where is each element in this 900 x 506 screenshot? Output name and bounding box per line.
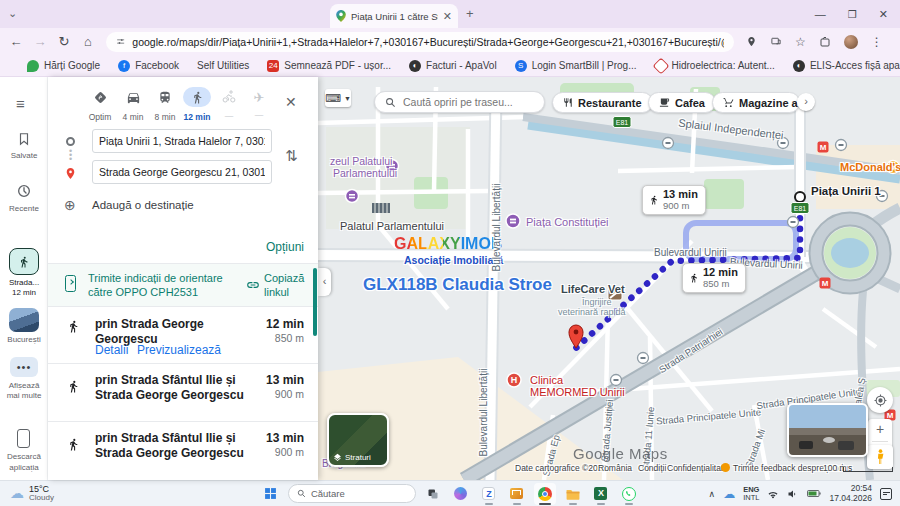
home-button[interactable]: ⌂ [76,34,100,49]
search-along-route-input[interactable] [403,96,533,108]
bookmark-pdf[interactable]: 24Semnează PDF - ușor... [258,60,400,72]
layers-button[interactable]: Straturi [327,413,389,467]
route-option-2[interactable]: prin Strada Sfântul Ilie și Strada Georg… [48,365,318,420]
bookmark-elis[interactable]: ◐ELIS-Acces fișă aparta... [784,60,900,72]
alt-route-badge[interactable]: 13 min900 m [642,185,706,215]
street-view-preview[interactable] [787,403,868,457]
options-link[interactable]: Opțiuni [266,240,304,254]
coffee-icon [659,97,670,108]
rail-city-label: București [0,335,48,344]
notification-center-icon[interactable] [880,488,892,500]
close-directions-icon[interactable]: ✕ [285,94,297,110]
bookmark-smartbill[interactable]: SLogin SmartBill | Prog... [506,60,646,72]
origin-input[interactable] [92,129,272,153]
start-button[interactable] [260,483,282,505]
panel-scrollbar[interactable] [313,268,317,336]
maximize-button[interactable]: ❐ [848,9,857,20]
bookmark-facebook[interactable]: fFacebook [109,60,188,72]
destination-input[interactable] [92,160,272,184]
bookmark-self-utilities[interactable]: Self Utilities [188,60,258,71]
mode-transit[interactable]: 8 min [150,87,180,122]
route-option-3[interactable]: prin Strada Sfântul Ilie și Strada Georg… [48,423,318,478]
back-button[interactable]: ← [4,34,28,49]
mode-flight-disabled[interactable]: ✈ — [244,87,274,120]
keyboard-input-tool[interactable]: ⌨▼ [325,89,351,107]
chip-coffee[interactable]: Cafea [648,92,716,113]
add-destination-label[interactable]: Adaugă o destinație [92,199,194,211]
copilot-app-button[interactable] [450,483,472,505]
weather-widget[interactable]: ☁ 15°C Cloudy [10,485,54,503]
chips-scroll-right-icon[interactable]: › [797,93,815,111]
battery-icon[interactable] [807,489,821,498]
app-z-button[interactable]: Z [478,483,500,505]
mode-best[interactable]: Optim [85,87,115,122]
search-along-route[interactable] [374,91,545,113]
send-to-device-icon[interactable] [770,36,782,47]
bookmark-star-icon[interactable]: ☆ [795,35,806,49]
chip-restaurants[interactable]: Restaurante [552,92,653,113]
language-indicator[interactable]: ENG INTL [743,486,759,501]
selected-route-badge[interactable]: 12 min850 m [682,263,746,293]
copy-link-line-1[interactable]: Copiază [264,271,304,285]
recents-history-icon[interactable] [16,183,32,199]
add-destination-icon[interactable]: ⊕ [64,197,76,213]
zoom-in-button[interactable]: + [876,421,884,437]
new-tab-button[interactable]: + [466,6,474,21]
map-canvas[interactable]: M M M H M E81 E81 Splaiul Independenței … [318,77,900,480]
profile-avatar[interactable] [844,35,858,49]
forward-button[interactable]: → [28,34,52,49]
attr-cartography: Date cartografice ©2026 [515,463,607,473]
saved-bookmark-icon[interactable] [17,131,31,147]
rail-active-route-chip[interactable] [9,248,39,275]
folder-icon [566,488,580,500]
menu-hamburger-icon[interactable]: ≡ [16,95,25,112]
send-directions-row[interactable]: Trimite indicații de orientare către OPP… [48,264,318,306]
outlook-button[interactable] [506,483,528,505]
browser-tab[interactable]: Piața Unirii 1 către Strada Geor ✕ [330,4,458,28]
close-button[interactable]: ✕ [879,8,888,21]
task-view-button[interactable] [422,483,444,505]
attr-privacy[interactable]: Confidențialitate [667,463,728,473]
taskbar-search[interactable]: Căutare [288,484,416,503]
mode-drive[interactable]: 4 min [118,87,148,122]
label-museum-2: Parlamentului [333,167,397,179]
mode-walk-selected[interactable]: 12 min [182,87,212,122]
location-icon[interactable] [746,36,757,47]
address-bar[interactable]: google.ro/maps/dir/Piața+Unirii+1,+Strad… [106,32,734,52]
bookmark-apavol[interactable]: ◐Facturi - ApaVol [400,60,506,72]
browser-menu-icon[interactable]: ⋮ [871,35,883,49]
collapse-panel-tab[interactable]: ‹ [318,268,331,296]
city-thumbnail[interactable] [9,308,39,332]
route-preview-link[interactable]: Previzualizează [137,343,221,357]
tab-close-icon[interactable]: ✕ [443,11,452,22]
volume-icon[interactable] [787,489,799,499]
tray-expand-icon[interactable]: ∧ [709,489,716,499]
bookmark-harti-google[interactable]: Hărți Google [18,60,109,72]
bookmark-hidroelectrica[interactable]: Hidroelectrica: Autent... [646,60,784,72]
whatsapp-button[interactable] [618,483,640,505]
clock-widget[interactable]: 20:54 17.04.2026 [829,484,872,503]
phone-app-icon[interactable] [17,429,30,448]
excel-button[interactable]: X [590,483,612,505]
show-more-icon[interactable]: ••• [10,357,38,377]
mode-bike-disabled[interactable]: — [214,87,244,121]
route-option-1[interactable]: prin Strada George Georgescu 12 min 850 … [48,307,318,362]
wifi-icon[interactable] [767,489,779,499]
file-explorer-button[interactable] [562,483,584,505]
pegman-button[interactable] [867,445,893,469]
tab-search-icon[interactable]: ⌄ [8,7,17,20]
route-details-link[interactable]: Detalii [95,343,128,357]
reload-button[interactable]: ↻ [52,34,76,49]
minimize-button[interactable]: — [815,8,826,20]
chip-groceries[interactable]: Magazine alimenta [712,92,800,113]
tab-groups-icon[interactable] [819,36,831,48]
best-route-icon [93,90,108,105]
onedrive-icon[interactable]: ☁ [723,487,735,501]
swap-route-icon[interactable]: ⇅ [285,147,298,165]
copy-link-line-2[interactable]: linkul [264,285,304,299]
chrome-button-active[interactable] [534,483,556,505]
attr-terms[interactable]: Condiții [638,463,666,473]
site-settings-icon[interactable] [116,36,125,47]
globe-icon: ◐ [409,60,421,72]
my-location-button[interactable] [867,387,893,413]
